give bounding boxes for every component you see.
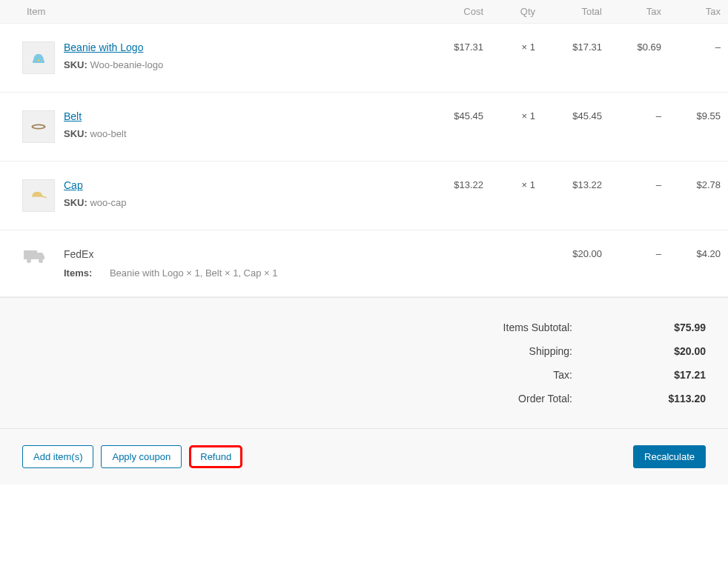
- order-total-label: Order Total:: [503, 387, 646, 410]
- table-row: Belt SKU: woo-belt $45.45 × 1 $45.45 – $…: [0, 93, 728, 162]
- shipping-label: Shipping:: [503, 339, 646, 363]
- svg-rect-4: [24, 250, 37, 259]
- subtotal-label: Items Subtotal:: [503, 316, 646, 339]
- product-name-link[interactable]: Beanie with Logo: [64, 41, 143, 53]
- svg-point-6: [39, 259, 43, 263]
- header-tax2: Tax: [669, 0, 728, 24]
- item-tax2: $2.78: [669, 162, 728, 230]
- header-tax1: Tax: [609, 0, 669, 24]
- item-qty: × 1: [491, 24, 543, 93]
- item-cost: $45.45: [424, 93, 491, 162]
- item-tax1: –: [609, 162, 669, 230]
- belt-icon: [28, 116, 49, 137]
- item-tax2: $9.55: [669, 93, 728, 162]
- svg-point-5: [27, 259, 31, 263]
- tax-value: $17.21: [646, 363, 706, 387]
- shipping-items-label: Items:: [64, 267, 92, 279]
- order-total-value: $113.20: [646, 387, 706, 410]
- item-cost: $13.22: [424, 162, 491, 230]
- svg-point-3: [33, 125, 44, 128]
- item-cost: $17.31: [424, 24, 491, 93]
- shipping-name: FedEx: [64, 248, 417, 260]
- totals-section: Items Subtotal: $75.99 Shipping: $20.00 …: [0, 297, 728, 428]
- apply-coupon-button[interactable]: Apply coupon: [101, 445, 182, 468]
- refund-button[interactable]: Refund: [189, 445, 242, 468]
- shipping-row: FedEx Items: Beanie with Logo × 1, Belt …: [0, 230, 728, 297]
- cap-icon: [28, 185, 49, 206]
- sku-value: woo-cap: [90, 197, 126, 208]
- order-items-table: Item Cost Qty Total Tax Tax Beanie with …: [0, 0, 728, 297]
- product-thumb: [22, 179, 55, 212]
- product-name-link[interactable]: Belt: [64, 110, 82, 122]
- table-row: Cap SKU: woo-cap $13.22 × 1 $13.22 – $2.…: [0, 162, 728, 230]
- truck-icon: [22, 256, 47, 267]
- item-tax1: –: [609, 93, 669, 162]
- product-name-link[interactable]: Cap: [64, 179, 83, 191]
- item-qty: × 1: [491, 162, 543, 230]
- beanie-icon: [28, 47, 49, 68]
- tax-label: Tax:: [503, 363, 646, 387]
- sku-label: SKU:: [64, 197, 87, 208]
- header-qty: Qty: [491, 0, 543, 24]
- product-thumb: [22, 41, 55, 74]
- sku-value: woo-belt: [90, 128, 126, 139]
- item-total: $45.45: [543, 93, 609, 162]
- header-cost: Cost: [424, 0, 491, 24]
- item-tax1: $0.69: [609, 24, 669, 93]
- header-item: Item: [0, 0, 424, 24]
- shipping-tax1: –: [609, 230, 669, 297]
- product-thumb: [22, 110, 55, 143]
- item-total: $17.31: [543, 24, 609, 93]
- shipping-total: $20.00: [543, 230, 609, 297]
- add-items-button[interactable]: Add item(s): [22, 445, 93, 468]
- svg-point-1: [38, 59, 40, 61]
- shipping-value: $20.00: [646, 339, 706, 363]
- sku-value: Woo-beanie-logo: [90, 59, 163, 70]
- shipping-tax2: $4.20: [669, 230, 728, 297]
- table-row: Beanie with Logo SKU: Woo-beanie-logo $1…: [0, 24, 728, 93]
- subtotal-value: $75.99: [646, 316, 706, 339]
- actions-section: Add item(s) Apply coupon Refund Recalcul…: [0, 428, 728, 485]
- totals-table: Items Subtotal: $75.99 Shipping: $20.00 …: [503, 316, 706, 410]
- recalculate-button[interactable]: Recalculate: [633, 445, 706, 468]
- sku-label: SKU:: [64, 59, 87, 70]
- shipping-items-value: Beanie with Logo × 1, Belt × 1, Cap × 1: [110, 267, 278, 279]
- sku-label: SKU:: [64, 128, 87, 139]
- item-tax2: –: [669, 24, 728, 93]
- header-total: Total: [543, 0, 609, 24]
- item-qty: × 1: [491, 93, 543, 162]
- item-total: $13.22: [543, 162, 609, 230]
